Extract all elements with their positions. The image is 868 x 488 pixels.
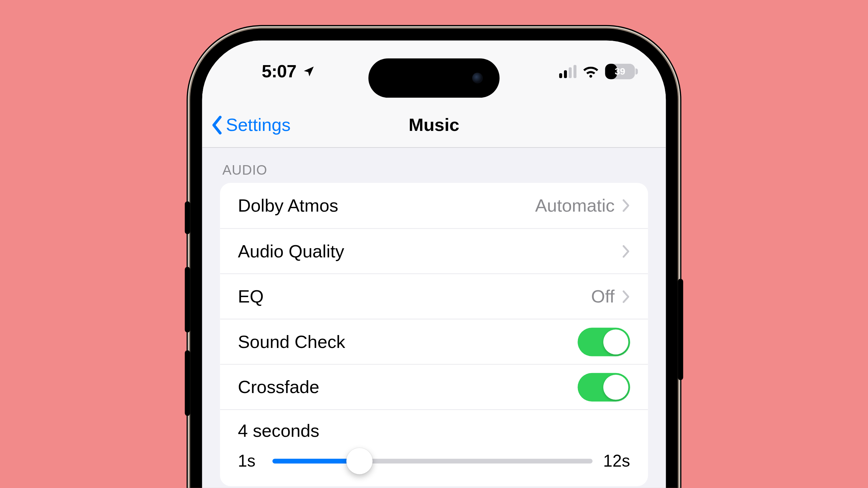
chevron-right-icon (622, 289, 630, 304)
row-label: EQ (238, 286, 591, 307)
row-label: Crossfade (238, 377, 578, 397)
status-time: 5:07 (262, 61, 296, 82)
svg-point-0 (589, 75, 592, 78)
phone-bezel: 5:07 (190, 28, 678, 488)
slider-min-label: 1s (238, 452, 262, 471)
chevron-right-icon (622, 244, 630, 258)
location-icon (302, 65, 316, 78)
row-label: Sound Check (238, 332, 578, 352)
toggle-crossfade[interactable] (578, 373, 630, 401)
settings-group-audio: Dolby Atmos Automatic Audio Quality (220, 183, 648, 486)
row-eq[interactable]: EQ Off (220, 273, 648, 319)
nav-bar: Settings Music (202, 102, 666, 148)
row-audio-quality[interactable]: Audio Quality (220, 228, 648, 274)
chevron-left-icon (210, 115, 224, 134)
back-label: Settings (226, 115, 290, 135)
mute-switch[interactable] (185, 201, 190, 234)
row-label: Audio Quality (238, 241, 622, 261)
slider-max-label: 12s (603, 452, 630, 471)
wifi-icon (582, 65, 599, 78)
crossfade-slider[interactable] (272, 459, 592, 464)
row-dolby-atmos[interactable]: Dolby Atmos Automatic (220, 183, 648, 228)
section-header-audio: AUDIO (202, 148, 666, 183)
back-button[interactable]: Settings (210, 102, 290, 147)
battery-percent: 39 (605, 64, 635, 79)
battery-indicator: 39 (605, 64, 635, 79)
volume-up-button[interactable] (185, 267, 190, 332)
row-label: Dolby Atmos (238, 195, 535, 216)
cellular-signal-icon (559, 65, 577, 78)
toggle-sound-check[interactable] (578, 327, 630, 356)
chevron-right-icon (622, 198, 630, 213)
slider-thumb[interactable] (346, 448, 373, 474)
page-title: Music (409, 115, 459, 135)
row-value: Automatic (535, 195, 615, 216)
row-crossfade: Crossfade (220, 364, 648, 409)
volume-down-button[interactable] (185, 350, 190, 416)
row-crossfade-duration: 4 seconds 1s 12s (220, 409, 648, 486)
dynamic-island[interactable] (369, 58, 499, 98)
row-value: Off (591, 286, 615, 307)
row-sound-check: Sound Check (220, 319, 648, 364)
slider-value-label: 4 seconds (238, 421, 630, 441)
power-button[interactable] (678, 279, 683, 380)
